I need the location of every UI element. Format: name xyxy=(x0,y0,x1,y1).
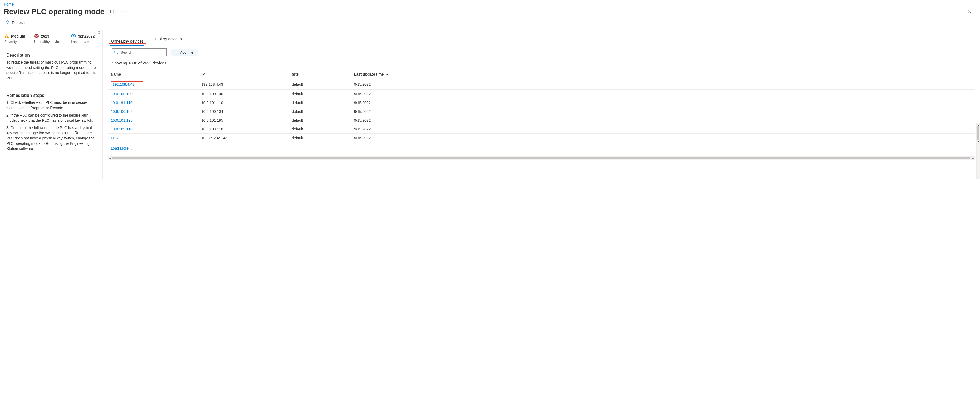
col-ip[interactable]: IP xyxy=(201,72,292,76)
table-row[interactable]: PLC 10.216.292.143 default 9/15/2022 xyxy=(108,133,975,142)
refresh-icon xyxy=(5,20,10,25)
device-link[interactable]: 10.0.100.100 xyxy=(111,92,133,96)
device-site: default xyxy=(292,110,354,114)
device-site: default xyxy=(292,101,354,105)
remediation-heading: Remediation steps xyxy=(6,93,96,98)
add-filter-button[interactable]: Add filter xyxy=(170,49,198,56)
table-row[interactable]: 10.0.109.110 10.0.109.110 default 9/15/2… xyxy=(108,125,975,133)
device-link[interactable]: 10.0.109.110 xyxy=(111,127,133,131)
device-link[interactable]: 192.168.4.43 xyxy=(111,81,143,87)
vertical-scrollbar[interactable]: ▴ ▾ xyxy=(976,123,980,179)
device-time: 9/15/2022 xyxy=(354,101,972,105)
search-input[interactable] xyxy=(112,48,167,56)
device-link[interactable]: 10.0.191.110 xyxy=(111,101,133,105)
close-icon[interactable] xyxy=(963,7,976,16)
description-heading: Description xyxy=(6,53,96,58)
unhealthy-value: 2623 xyxy=(41,34,49,38)
tab-unhealthy-devices[interactable]: Unhealthy devices xyxy=(110,37,144,46)
search-icon xyxy=(114,50,118,55)
last-update-value: 9/15/2022 xyxy=(78,34,94,38)
device-ip: 10.0.100.100 xyxy=(201,92,292,96)
tab-unhealthy-highlight: Unhealthy devices xyxy=(109,38,146,44)
sort-desc-icon xyxy=(385,72,388,76)
warning-triangle-icon xyxy=(4,34,9,38)
search-field[interactable] xyxy=(120,50,168,55)
error-circle-icon xyxy=(34,34,39,38)
scroll-up-icon[interactable]: ▴ xyxy=(977,123,980,126)
device-tabs: Unhealthy devices Healthy devices xyxy=(109,34,182,44)
result-count: Showing 1000 of 2623 devices xyxy=(103,56,980,67)
unhealthy-label: Unhealthy devices xyxy=(34,40,62,44)
summary-severity: Medium Severity xyxy=(0,30,30,48)
device-time: 9/15/2022 xyxy=(354,118,972,122)
device-link[interactable]: 10.9.100.104 xyxy=(111,110,133,114)
description-text: To reduce the threat of malicious PLC pr… xyxy=(6,60,96,81)
scroll-thumb[interactable] xyxy=(977,126,980,140)
device-site: default xyxy=(292,82,354,86)
device-ip: 192.168.4.43 xyxy=(201,82,292,86)
tab-healthy-devices[interactable]: Healthy devices xyxy=(153,34,182,44)
device-time: 9/15/2022 xyxy=(354,110,972,114)
svg-rect-4 xyxy=(6,37,7,38)
add-filter-label: Add filter xyxy=(180,50,195,54)
device-time: 9/15/2022 xyxy=(354,127,972,131)
svg-point-2 xyxy=(124,11,125,11)
scroll-down-icon[interactable]: ▾ xyxy=(977,140,980,143)
device-time: 9/15/2022 xyxy=(354,92,972,96)
clock-icon xyxy=(71,34,76,38)
svg-point-0 xyxy=(121,11,122,11)
load-more-link[interactable]: Load More... xyxy=(111,146,132,150)
remediation-step-3: 3. Do one of the following: If the PLC h… xyxy=(6,125,96,151)
device-site: default xyxy=(292,127,354,131)
double-chevron-right-icon[interactable] xyxy=(97,30,101,35)
device-site: default xyxy=(292,92,354,96)
pin-icon[interactable] xyxy=(108,8,116,16)
summary-last-update: 9/15/2022 Last update xyxy=(67,30,99,48)
chevron-right-icon xyxy=(15,2,18,6)
device-ip: 10.0.109.110 xyxy=(201,127,292,131)
svg-point-7 xyxy=(115,51,117,53)
refresh-label: Refresh xyxy=(12,21,25,25)
load-more[interactable]: Load More... xyxy=(108,142,975,154)
horizontal-scrollbar[interactable]: ◂ ▸ xyxy=(108,156,975,160)
table-row[interactable]: 10.0.100.100 10.0.100.100 default 9/15/2… xyxy=(108,90,975,98)
scroll-right-icon[interactable]: ▸ xyxy=(971,157,975,160)
col-last-update[interactable]: Last update time xyxy=(354,72,972,76)
breadcrumb: Home xyxy=(4,2,976,6)
device-site: default xyxy=(292,118,354,122)
device-site: default xyxy=(292,136,354,140)
device-link[interactable]: PLC xyxy=(111,136,118,140)
device-ip: 10.0.101.195 xyxy=(201,118,292,122)
table-row[interactable]: 10.9.100.104 10.9.100.104 default 9/15/2… xyxy=(108,107,975,116)
table-row[interactable]: 10.0.101.195 10.0.101.195 default 9/15/2… xyxy=(108,116,975,125)
table-row[interactable]: 10.0.191.110 10.0.191.110 default 9/15/2… xyxy=(108,98,975,107)
device-time: 9/15/2022 xyxy=(354,136,972,140)
scroll-thumb[interactable] xyxy=(112,157,970,159)
scroll-left-icon[interactable]: ◂ xyxy=(108,157,112,160)
svg-rect-3 xyxy=(6,35,7,37)
svg-point-1 xyxy=(123,11,123,11)
col-name[interactable]: Name xyxy=(111,72,201,76)
filter-icon xyxy=(174,50,178,55)
breadcrumb-home[interactable]: Home xyxy=(4,2,14,6)
description-section: Description To reduce the threat of mali… xyxy=(0,48,102,88)
devices-grid: Name IP Site Last update time 192.168.4.… xyxy=(108,70,975,154)
severity-label: Severity xyxy=(4,40,25,44)
remediation-section: Remediation steps 1. Check whether each … xyxy=(0,88,102,159)
device-time: 9/15/2022 xyxy=(354,82,972,86)
summary-unhealthy: 2623 Unhealthy devices xyxy=(30,30,67,48)
summary-strip: Medium Severity 2623 Unhealthy devices xyxy=(0,30,102,48)
remediation-step-2: 2. If the PLC can be configured to the s… xyxy=(6,113,96,123)
refresh-button[interactable]: Refresh xyxy=(4,19,26,26)
device-ip: 10.0.191.110 xyxy=(201,101,292,105)
device-link[interactable]: 10.0.101.195 xyxy=(111,118,133,122)
remediation-step-1: 1. Check whether each PLC must be in uns… xyxy=(6,100,96,110)
last-update-label: Last update xyxy=(71,40,94,44)
col-last-update-label: Last update time xyxy=(354,72,383,76)
col-site[interactable]: Site xyxy=(292,72,354,76)
table-row[interactable]: 192.168.4.43 192.168.4.43 default 9/15/2… xyxy=(108,79,975,90)
command-separator xyxy=(30,20,30,25)
more-icon[interactable] xyxy=(119,8,127,16)
main-panel: Unhealthy devices Healthy devices Add fi… xyxy=(103,30,980,179)
grid-header: Name IP Site Last update time xyxy=(108,70,975,79)
